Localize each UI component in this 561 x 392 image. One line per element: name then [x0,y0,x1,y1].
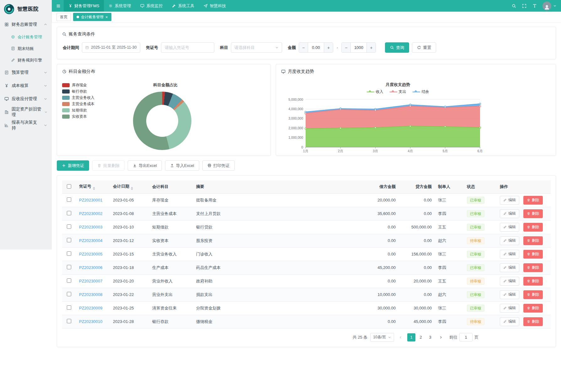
delete-button[interactable]: 删除 [523,223,543,232]
column-header-0[interactable]: 凭证号 [76,180,110,193]
next-page-button[interactable] [437,333,445,342]
sidebar-item-0-2[interactable]: 财务规则引擎 [0,54,52,66]
avatar[interactable] [542,2,551,10]
navbar-search-button[interactable] [509,0,519,12]
legend-item[interactable]: 短期借款 [62,108,109,112]
search-button[interactable]: 查询 [385,42,409,53]
topnav-item-3[interactable]: 系统工具 [167,0,199,12]
sidebar-section-4[interactable]: 固定资产折旧管理 [0,105,52,119]
tab-0[interactable]: 首页 [56,13,71,21]
row-checkbox[interactable] [67,224,71,229]
delete-button[interactable]: 删除 [523,236,543,245]
edit-button[interactable]: 编辑 [500,250,519,259]
voucher-link[interactable]: PZ20230005 [79,252,102,256]
sort-icons[interactable] [131,187,133,190]
row-checkbox[interactable] [67,278,71,283]
row-checkbox[interactable] [67,319,71,323]
donut-ring[interactable] [133,92,191,150]
legend-item[interactable]: 主营业务成本 [62,102,109,106]
edit-button[interactable]: 编辑 [500,317,519,326]
legend-item[interactable]: 结余 [413,89,429,94]
voucher-link[interactable]: PZ20230004 [79,238,102,243]
increase-button[interactable]: + [324,43,333,52]
sidebar-section-1[interactable]: 预算管理 [0,66,52,79]
row-checkbox[interactable] [67,211,71,215]
sidebar-toggle-button[interactable] [54,0,63,12]
row-checkbox[interactable] [67,197,71,202]
area-chart-canvas[interactable]: 5,000,0004,000,0003,000,0002,000,0001,00… [279,96,553,158]
delete-button[interactable]: 删除 [523,317,543,326]
select-all-checkbox[interactable] [67,184,71,189]
legend-item[interactable]: 支出 [390,89,406,94]
voucher-link[interactable]: PZ20230010 [79,319,102,324]
delete-button[interactable]: 删除 [523,209,543,218]
edit-button[interactable]: 编辑 [500,304,519,313]
reset-button[interactable]: 重置 [412,42,436,53]
print-voucher-button[interactable]: 打印凭证 [202,160,235,171]
legend-item[interactable]: 实收资本 [62,114,109,119]
delete-button[interactable]: 删除 [523,263,543,272]
voucher-link[interactable]: PZ20230008 [79,292,102,297]
delete-button[interactable]: 删除 [523,277,543,286]
page-2[interactable]: 2 [417,333,425,341]
amount-max-input[interactable] [351,43,366,52]
page-1[interactable]: 1 [407,333,415,341]
delete-button[interactable]: 删除 [523,304,543,313]
period-range-input[interactable]: 2025-11-01 至 2025-11-30 [82,42,140,53]
page-size-select[interactable]: 10条/页 [370,333,394,342]
subject-select[interactable]: 请选择科目 [231,42,282,53]
topnav-item-2[interactable]: 系统监控 [136,0,167,12]
delete-button[interactable]: 删除 [523,250,543,259]
fullscreen-button[interactable] [520,0,529,12]
row-checkbox[interactable] [67,265,71,269]
edit-button[interactable]: 编辑 [500,196,519,205]
tab-1[interactable]: 会计账务管理× [73,13,111,21]
decrease-button[interactable]: − [299,43,308,52]
edit-button[interactable]: 编辑 [500,209,519,218]
topnav-item-0[interactable]: 财务管理FMS [64,0,104,12]
import-excel-button[interactable]: 导入Excel [165,160,199,171]
sidebar-section-5[interactable]: 报表与决策支持 [0,119,52,132]
voucher-link[interactable]: PZ20230006 [79,265,102,270]
add-voucher-button[interactable]: 新增凭证 [57,160,89,171]
font-size-button[interactable] [530,0,539,12]
row-checkbox[interactable] [67,292,71,296]
topnav-item-4[interactable]: 智慧科技 [199,0,231,12]
edit-button[interactable]: 编辑 [500,263,519,272]
legend-item[interactable]: 银行存款 [62,89,109,94]
delete-button[interactable]: 删除 [523,290,543,299]
sidebar-item-0-0[interactable]: 会计账务管理 [0,31,52,43]
edit-button[interactable]: 编辑 [500,290,519,299]
legend-item[interactable]: 库存现金 [62,83,109,87]
goto-page-input[interactable] [459,333,473,341]
amount-min-input[interactable] [308,43,324,52]
legend-item[interactable]: 主营业务收入 [62,95,109,100]
page-3[interactable]: 3 [426,333,434,341]
edit-button[interactable]: 编辑 [500,223,519,232]
voucher-link[interactable]: PZ20230009 [79,306,102,310]
sidebar-section-2[interactable]: 成本核算 [0,79,52,92]
decrease-button[interactable]: − [342,43,351,52]
edit-button[interactable]: 编辑 [500,277,519,286]
close-icon[interactable]: × [105,15,108,19]
edit-button[interactable]: 编辑 [500,236,519,245]
sidebar-item-0-1[interactable]: 期末结账 [0,43,52,54]
legend-item[interactable]: 收入 [367,89,383,94]
voucher-link[interactable]: PZ20230001 [79,198,102,202]
sidebar-section-0[interactable]: 财务总账管理 [0,18,52,31]
batch-delete-button[interactable]: 批量删除 [92,160,125,171]
voucher-link[interactable]: PZ20230002 [79,211,102,216]
row-checkbox[interactable] [67,251,71,256]
export-excel-button[interactable]: 导出Excel [128,160,162,171]
sort-icons[interactable] [93,187,95,190]
increase-button[interactable]: + [366,43,376,52]
row-checkbox[interactable] [67,305,71,310]
column-header-1[interactable]: 会计日期 [110,180,149,193]
row-checkbox[interactable] [67,238,71,242]
voucher-link[interactable]: PZ20230003 [79,225,102,229]
user-menu-button[interactable] [552,0,557,12]
topnav-item-1[interactable]: 系统管理 [104,0,136,12]
prev-page-button[interactable] [397,333,404,342]
voucher-link[interactable]: PZ20230007 [79,279,102,283]
voucher-no-input[interactable] [161,42,214,53]
